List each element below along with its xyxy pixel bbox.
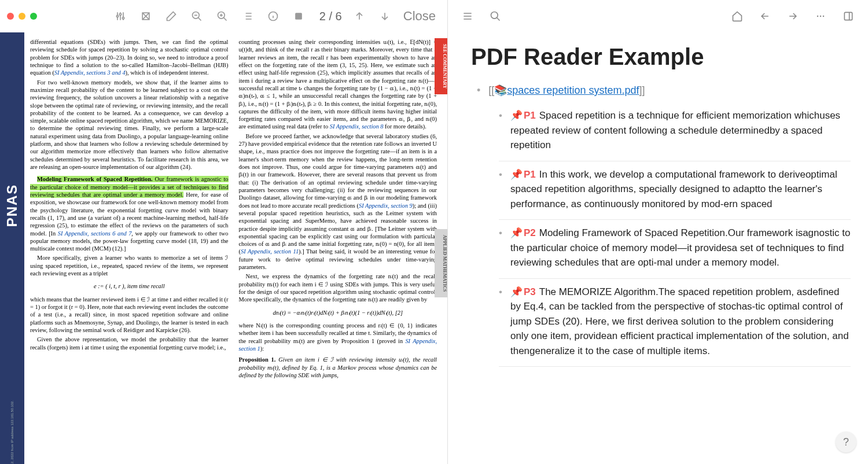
- pdf-column-1: differential equations (SDEs) with jumps…: [30, 38, 229, 458]
- export-icon[interactable]: [287, 5, 310, 28]
- pencil-icon[interactable]: [160, 5, 183, 28]
- svg-point-1: [119, 13, 121, 15]
- page-indicator: 2 / 6: [319, 10, 342, 23]
- svg-point-9: [817, 16, 819, 17]
- svg-point-0: [116, 15, 118, 17]
- back-icon[interactable]: [755, 6, 775, 27]
- journal-label: PNAS: [4, 184, 20, 227]
- forward-icon[interactable]: [782, 6, 803, 27]
- note-item[interactable]: 📌P2Modeling Framework of Spaced Repetiti…: [499, 220, 851, 279]
- close-window-icon[interactable]: [7, 13, 14, 20]
- pdf-viewport: PNAS 22.161.50.102 on May 12, 2022 from …: [0, 32, 447, 464]
- menu-icon[interactable]: [457, 6, 478, 27]
- note-item[interactable]: 📌P1In this work, we develop a computatio…: [499, 161, 851, 220]
- window-controls: [7, 13, 37, 20]
- zoom-in-icon[interactable]: [211, 5, 234, 28]
- page-down-icon[interactable]: [373, 5, 396, 28]
- applied-math-tab[interactable]: APPLIED MATHEMATICS: [435, 229, 447, 297]
- svg-rect-7: [295, 13, 302, 20]
- notes-toolbar: [448, 0, 868, 32]
- file-link[interactable]: [[📚 spaces repetition system.pdf]]: [477, 84, 851, 97]
- note-item[interactable]: 📌P1Spaced repetition is a technique for …: [499, 102, 851, 161]
- close-button[interactable]: Close: [403, 9, 436, 24]
- notes-title: PDF Reader Example: [471, 44, 851, 70]
- commentary-tab[interactable]: SEE COMMENTARY: [435, 38, 447, 94]
- download-info: 22.161.50.102 on May 12, 2022 from IP ad…: [10, 400, 14, 464]
- notes-area: PDF Reader Example [[📚 spaces repetition…: [448, 32, 868, 464]
- svg-rect-12: [844, 12, 852, 20]
- svg-point-11: [823, 16, 825, 17]
- svg-point-2: [122, 17, 124, 19]
- outline-icon[interactable]: [236, 5, 259, 28]
- pdf-toolbar: 2 / 6 Close: [0, 0, 447, 32]
- pdf-column-2: counting processes using their correspon…: [239, 38, 437, 458]
- page-up-icon[interactable]: [348, 5, 371, 28]
- svg-point-10: [820, 16, 822, 17]
- info-icon[interactable]: [262, 5, 285, 28]
- note-item[interactable]: 📌P3The MEMORIZE Algorithm.The spaced rep…: [499, 279, 851, 367]
- more-icon[interactable]: [810, 6, 831, 27]
- help-button[interactable]: ?: [836, 432, 856, 452]
- search-icon[interactable]: [485, 6, 506, 27]
- home-icon[interactable]: [727, 6, 748, 27]
- maximize-window-icon[interactable]: [30, 13, 37, 20]
- panel-icon[interactable]: [838, 6, 859, 27]
- minimize-window-icon[interactable]: [19, 13, 25, 20]
- svg-point-8: [491, 12, 498, 19]
- journal-strip: PNAS 22.161.50.102 on May 12, 2022 from …: [0, 32, 24, 464]
- settings-sliders-icon[interactable]: [109, 5, 132, 28]
- highlight-icon[interactable]: [134, 5, 157, 28]
- zoom-out-icon[interactable]: [185, 5, 208, 28]
